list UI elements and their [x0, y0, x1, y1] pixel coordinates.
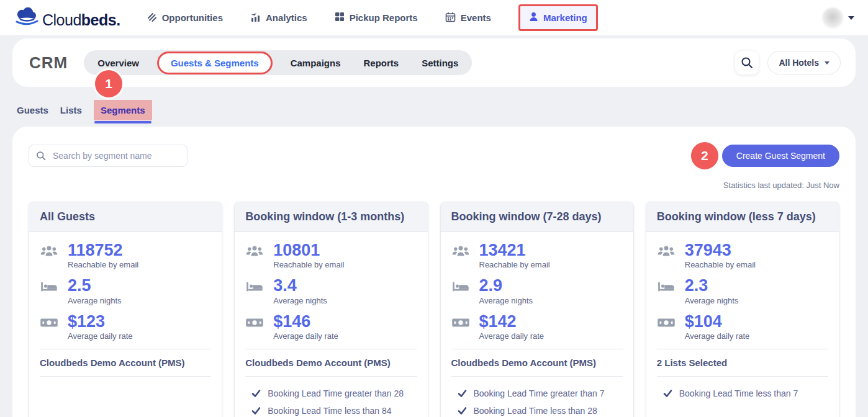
- segment-search-input[interactable]: [29, 145, 188, 167]
- divider: [451, 349, 623, 349]
- guests-icon: [451, 241, 470, 269]
- stat-content: 13421 Reachable by email: [479, 241, 550, 269]
- criterion: Booking Lead Time less than 84: [251, 406, 417, 416]
- hotel-selector-value: All Hotels: [779, 58, 819, 68]
- stat-label: Average nights: [479, 296, 533, 305]
- cloudbeds-logo[interactable]: Cloudbeds.: [14, 6, 120, 30]
- rate-icon: [451, 313, 470, 341]
- stat-content: $146 Average daily rate: [273, 313, 338, 341]
- search-icon: [741, 56, 753, 69]
- tab-guests-segments[interactable]: Guests & Segments: [157, 52, 273, 74]
- stat-value: 37943: [685, 241, 756, 259]
- stat-reachable: 37943 Reachable by email: [657, 241, 828, 269]
- opportunities-icon: [147, 12, 157, 24]
- stat-reachable: 10801 Reachable by email: [245, 241, 417, 269]
- nav-item-analytics[interactable]: Analytics: [250, 12, 307, 24]
- topnav-right: [822, 7, 854, 29]
- segment-card-booking-less-7-days[interactable]: Booking window (less 7 days) 37943 Reach…: [646, 202, 839, 417]
- check-icon: [251, 389, 261, 398]
- stat-content: 2.3 Average nights: [685, 277, 739, 305]
- nav-item-events[interactable]: Events: [445, 12, 491, 24]
- toolbar-right: 2 Create Guest Segment: [691, 142, 839, 169]
- tab-reports[interactable]: Reports: [364, 58, 399, 68]
- stat-label: Reachable by email: [479, 260, 550, 269]
- card-source: 2 Lists Selected: [657, 357, 828, 368]
- criterion: Booking Lead Time less than 28: [458, 406, 623, 416]
- chevron-down-icon[interactable]: [848, 16, 854, 20]
- tab-settings[interactable]: Settings: [422, 58, 458, 68]
- stat-nights: 3.4 Average nights: [245, 277, 417, 305]
- stat-label: Average daily rate: [479, 331, 545, 341]
- stat-label: Average daily rate: [273, 331, 338, 341]
- criteria-list: Booking Lead Time greater than 7 Booking…: [451, 388, 623, 416]
- nav-item-pickup-reports[interactable]: Pickup Reports: [335, 12, 418, 24]
- primary-nav: Opportunities Analytics Pickup Reports E…: [147, 4, 598, 31]
- rate-icon: [245, 313, 264, 341]
- subtab-segments[interactable]: Segments: [94, 100, 152, 120]
- crm-tab-bar: Overview Guests & Segments Campaigns Rep…: [84, 50, 472, 75]
- user-avatar[interactable]: [822, 7, 843, 29]
- create-guest-segment-button[interactable]: Create Guest Segment: [722, 145, 839, 167]
- nav-label: Marketing: [543, 12, 587, 23]
- divider: [451, 376, 623, 377]
- stat-label: Average nights: [273, 296, 327, 305]
- card-body: 13421 Reachable by email 2.9 Average nig…: [441, 232, 633, 416]
- segment-card-booking-7-28-days[interactable]: Booking window (7-28 days) 13421 Reachab…: [440, 202, 634, 417]
- stat-value: 3.4: [273, 277, 327, 294]
- chevron-down-icon: [825, 61, 830, 65]
- segment-card-booking-1-3-months[interactable]: Booking window (1-3 months) 10801 Reacha…: [234, 202, 428, 417]
- stat-content: 2.5 Average nights: [68, 277, 122, 305]
- stat-value: 2.5: [68, 277, 122, 294]
- nights-icon: [451, 277, 470, 305]
- top-navigation: Cloudbeds. Opportunities Analytics Picku…: [0, 0, 868, 35]
- check-icon: [663, 389, 672, 398]
- card-body: 37943 Reachable by email 2.3 Average nig…: [646, 232, 839, 398]
- tab-overview[interactable]: Overview: [97, 58, 139, 68]
- stat-nights: 2.3 Average nights: [657, 277, 828, 305]
- nav-item-marketing[interactable]: Marketing: [518, 4, 598, 31]
- card-header: Booking window (7-28 days): [441, 202, 633, 232]
- divider: [40, 376, 211, 377]
- card-title: Booking window (1-3 months): [245, 210, 417, 224]
- segments-panel: 2 Create Guest Segment Statistics last u…: [12, 127, 856, 417]
- divider: [657, 349, 828, 349]
- criterion: Booking Lead Time less than 7: [663, 388, 828, 398]
- card-header: All Guests: [29, 202, 222, 232]
- nights-icon: [657, 277, 676, 305]
- divider: [657, 376, 828, 377]
- nights-icon: [40, 277, 58, 305]
- cloudbeds-wordmark: Cloudbeds.: [42, 12, 120, 30]
- stat-reachable: 118752 Reachable by email: [40, 241, 211, 269]
- subtab-guests[interactable]: Guests: [17, 105, 48, 115]
- card-source: Cloudbeds Demo Account (PMS): [245, 357, 417, 368]
- check-icon: [458, 389, 467, 398]
- tab-campaigns[interactable]: Campaigns: [291, 58, 341, 68]
- stat-label: Average nights: [685, 296, 739, 305]
- criterion-label: Booking Lead Time greater than 7: [474, 388, 605, 398]
- criterion-label: Booking Lead Time less than 84: [268, 406, 391, 416]
- stat-label: Average nights: [68, 296, 122, 305]
- criteria-list: Booking Lead Time less than 7: [657, 388, 828, 398]
- global-search-button[interactable]: [735, 51, 759, 74]
- stat-rate: $104 Average daily rate: [657, 313, 828, 341]
- hotel-selector-dropdown[interactable]: All Hotels: [767, 51, 841, 74]
- stats-last-updated: Statistics last updated: Just Now: [29, 181, 839, 190]
- criterion-label: Booking Lead Time greater than 28: [268, 388, 404, 398]
- criteria-list: Booking Lead Time greater than 28 Bookin…: [245, 388, 417, 416]
- stat-content: 2.9 Average nights: [479, 277, 533, 305]
- stat-content: 37943 Reachable by email: [685, 241, 756, 269]
- stat-rate: $146 Average daily rate: [245, 313, 417, 341]
- card-source: Cloudbeds Demo Account (PMS): [451, 357, 623, 368]
- stat-value: 2.9: [479, 277, 533, 294]
- nav-item-opportunities[interactable]: Opportunities: [147, 12, 223, 24]
- annotation-step-2: 2: [691, 142, 718, 169]
- subtab-lists[interactable]: Lists: [60, 105, 82, 115]
- card-title: Booking window (less 7 days): [657, 210, 828, 224]
- segments-toolbar: 2 Create Guest Segment: [29, 142, 839, 169]
- pickup-reports-icon: [335, 12, 345, 24]
- nav-label: Pickup Reports: [350, 12, 418, 23]
- stat-content: $142 Average daily rate: [479, 313, 545, 341]
- segment-cards: All Guests 118752 Reachable by email 2.5…: [29, 202, 839, 417]
- stat-content: 118752 Reachable by email: [68, 241, 138, 269]
- segment-card-all-guests[interactable]: All Guests 118752 Reachable by email 2.5…: [29, 202, 222, 417]
